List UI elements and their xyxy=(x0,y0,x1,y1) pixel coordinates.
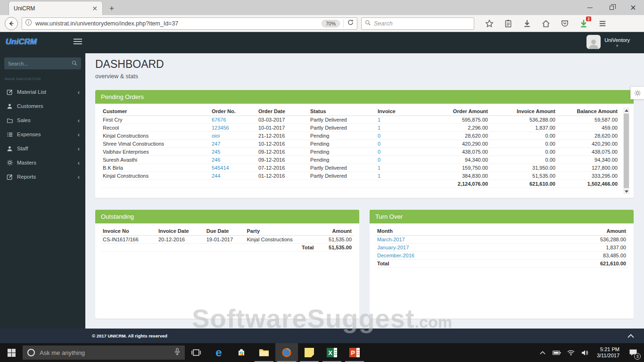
firefox-taskbar-icon[interactable] xyxy=(275,343,298,362)
search-bar[interactable]: Search xyxy=(361,17,474,30)
cell: 459.00 xyxy=(557,124,619,132)
cell: 0.00 xyxy=(490,132,557,140)
cell: 159,750.00 xyxy=(422,164,490,172)
pocket-icon[interactable] xyxy=(560,19,570,28)
cell-link[interactable]: 67676 xyxy=(210,116,256,124)
file-explorer-taskbar-icon[interactable] xyxy=(253,343,275,362)
cell-link[interactable]: 245 xyxy=(210,148,256,156)
new-tab-button[interactable]: + xyxy=(109,4,114,13)
settings-flyout-button[interactable] xyxy=(630,86,644,99)
cell-link[interactable]: 1 xyxy=(376,172,422,180)
sidebar-item-masters[interactable]: Masters‹ xyxy=(0,156,85,170)
chevron-left-icon: ‹ xyxy=(78,159,80,166)
cell-link[interactable]: March-2017 xyxy=(375,236,527,244)
url-bar[interactable]: www.unistrat.in/univentorydemo/index.php… xyxy=(22,17,357,30)
store-taskbar-icon[interactable] xyxy=(230,343,253,362)
action-center-button[interactable]: 3 xyxy=(625,343,641,362)
cell-link[interactable]: 1 xyxy=(376,124,422,132)
microphone-icon[interactable] xyxy=(174,348,180,357)
browser-tab[interactable]: UniCRM ✕ xyxy=(8,1,103,15)
home-icon[interactable] xyxy=(541,19,551,28)
cell-link[interactable]: 247 xyxy=(210,140,256,148)
tab-close-icon[interactable]: ✕ xyxy=(92,5,98,12)
table-scrollbar[interactable] xyxy=(623,107,629,194)
cell-link[interactable]: 0 xyxy=(376,132,422,140)
cell: 83,485.00 xyxy=(527,252,628,260)
task-view-button[interactable] xyxy=(185,343,207,362)
cell: 20-12-2016 xyxy=(157,236,205,244)
wifi-icon[interactable] xyxy=(565,343,577,362)
cell-link[interactable]: 1 xyxy=(376,116,422,124)
search-icon[interactable] xyxy=(72,59,77,68)
cell-link[interactable]: 545414 xyxy=(210,164,256,172)
tray-chevron-up-icon[interactable] xyxy=(537,343,549,362)
table-header-row: MonthAmount xyxy=(375,227,628,236)
edge-taskbar-icon[interactable]: e xyxy=(207,343,230,362)
column-header: Order Date xyxy=(256,107,308,116)
cell-link[interactable]: oioi xyxy=(210,132,256,140)
cell: 28,620.00 xyxy=(557,132,619,140)
sidebar-item-customers[interactable]: Customers xyxy=(0,99,85,113)
browser-titlebar: UniCRM ✕ + ✕ xyxy=(0,0,644,15)
chevron-left-icon: ‹ xyxy=(78,173,80,181)
zoom-level-badge[interactable]: 70% xyxy=(322,20,340,27)
chevron-up-icon[interactable] xyxy=(627,332,635,340)
app-logo[interactable]: UniCRM xyxy=(6,37,37,47)
chevron-left-icon: ‹ xyxy=(78,131,80,138)
cell-link[interactable]: 244 xyxy=(210,172,256,180)
sidebar-item-expenses[interactable]: Expenses‹ xyxy=(0,127,85,141)
url-text[interactable]: www.unistrat.in/univentorydemo/index.php… xyxy=(35,20,318,27)
cell-link[interactable]: January-2017 xyxy=(375,244,527,252)
taskbar-clock[interactable]: 5:21 PM 3/11/2017 xyxy=(593,346,623,359)
sidebar-item-staff[interactable]: Staff‹ xyxy=(0,141,85,156)
powerpoint-taskbar-icon[interactable]: P xyxy=(343,343,366,362)
cortana-search[interactable]: Ask me anything xyxy=(23,346,185,360)
cell-link[interactable]: 246 xyxy=(210,156,256,164)
sidebar-search[interactable] xyxy=(4,58,81,69)
site-info-icon[interactable] xyxy=(25,19,32,28)
browser-toolbar: www.unistrat.in/univentorydemo/index.php… xyxy=(0,15,644,32)
cell: Pending xyxy=(308,148,376,156)
download-manager-icon[interactable]: 2 xyxy=(579,19,588,28)
window-minimize-button[interactable] xyxy=(579,0,601,15)
panel-title: Outstanding xyxy=(95,210,359,223)
cell: 19-01-2017 xyxy=(205,236,245,244)
turnover-body: MonthAmount March-2017536,288.00January-… xyxy=(370,223,634,319)
cell: 0.00 xyxy=(490,148,557,156)
sidebar-toggle-icon[interactable] xyxy=(74,39,82,46)
downloads-icon[interactable] xyxy=(522,19,532,28)
excel-taskbar-icon[interactable]: X xyxy=(321,343,343,362)
table-header-row: CustomerOrder No.Order DateStatusInvoice… xyxy=(101,107,619,116)
start-button[interactable] xyxy=(0,343,23,362)
table-row: B.K Birla54541407-12-2016Partly Delivere… xyxy=(101,164,619,172)
window-close-button[interactable]: ✕ xyxy=(622,0,644,15)
reload-button[interactable] xyxy=(347,19,354,28)
bookmark-star-icon[interactable] xyxy=(485,19,494,28)
cell: Kinjal Constructions xyxy=(245,236,315,244)
scroll-up-icon[interactable] xyxy=(623,107,629,113)
cell-link[interactable]: 123456 xyxy=(210,124,256,132)
scroll-down-icon[interactable] xyxy=(623,189,629,194)
user-menu[interactable]: UniVentory ▾ xyxy=(586,35,630,49)
window-restore-button[interactable] xyxy=(601,0,622,15)
menu-hamburger-icon[interactable] xyxy=(598,19,607,28)
scrollbar-thumb[interactable] xyxy=(624,114,629,188)
sticky-notes-taskbar-icon[interactable] xyxy=(298,343,321,362)
cell-link[interactable]: 0 xyxy=(376,148,422,156)
sidebar-item-sales[interactable]: Sales‹ xyxy=(0,113,85,127)
cell-link[interactable]: 0 xyxy=(376,140,422,148)
edit-icon xyxy=(7,89,17,95)
sidebar-search-input[interactable] xyxy=(8,61,72,66)
sidebar-item-reports[interactable]: Reports‹ xyxy=(0,170,85,184)
cell: Kinjal Constructions xyxy=(101,172,210,180)
battery-icon[interactable] xyxy=(551,343,563,362)
sidebar-item-material-list[interactable]: Material List‹ xyxy=(0,85,85,99)
column-header: Order No. xyxy=(210,107,256,116)
cell-link[interactable]: December-2016 xyxy=(375,252,527,260)
back-button[interactable] xyxy=(5,17,18,30)
cell: Recool xyxy=(101,124,210,132)
reading-list-icon[interactable] xyxy=(504,19,513,28)
cell-link[interactable]: 1 xyxy=(376,164,422,172)
cell-link[interactable]: 0 xyxy=(376,156,422,164)
volume-icon[interactable] xyxy=(579,343,591,362)
